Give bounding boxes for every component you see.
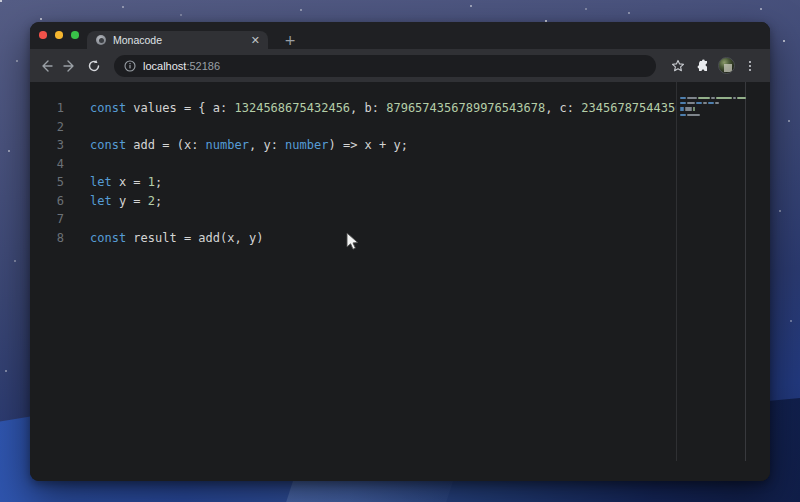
line-number: 4 [30,157,64,171]
code-token: result = add(x, y) [126,231,263,245]
browser-window: Monacode ✕ + localhost:52186 [30,22,770,481]
url-host: localhost [143,60,186,72]
back-arrow-icon [39,59,53,73]
profile-button[interactable] [714,54,738,78]
traffic-lights [39,31,79,39]
plus-icon: + [284,32,296,48]
page-content: 1const values = { a: 1324568675432456, b… [30,82,770,481]
code-token: 1324568675432456 [235,101,351,115]
line-number: 6 [30,194,64,208]
tab-close-icon[interactable]: ✕ [251,35,260,46]
line-number: 2 [30,120,64,134]
minimap-row [680,109,695,111]
kebab-menu-icon [743,59,757,73]
code-token: add = (x: [126,138,205,152]
code-text: let y = 2; [90,194,162,208]
code-token: , b: [350,101,386,115]
star-icon [671,59,685,73]
minimap-segment [693,109,695,111]
line-number: 1 [30,101,64,115]
code-token: let [90,175,112,189]
code-token: 1 [148,175,155,189]
minimize-window-button[interactable] [55,31,63,39]
tab-strip: Monacode ✕ + [30,22,770,49]
url-port: :52186 [186,60,220,72]
code-token: 2 [148,194,155,208]
minimap-row [680,102,719,104]
minimap-segment [680,97,686,99]
code-token: ; [155,194,162,208]
code-line: 5let x = 1; [30,173,676,192]
profile-avatar [718,57,735,74]
code-text: const result = add(x, y) [90,231,263,245]
browser-tab[interactable]: Monacode ✕ [87,31,268,49]
forward-arrow-icon [63,59,77,73]
line-number: 5 [30,175,64,189]
reload-icon [87,59,101,73]
minimap-segment [696,102,702,104]
reload-button[interactable] [82,54,106,78]
code-token: let [90,194,112,208]
new-tab-button[interactable]: + [280,31,300,49]
code-token: const [90,138,126,152]
code-token: , y: [249,138,285,152]
code-text: let x = 1; [90,175,162,189]
extensions-button[interactable] [690,54,714,78]
bookmark-button[interactable] [666,54,690,78]
minimap-segment [687,114,700,116]
minimap-segment [680,114,686,116]
minimap-segment [737,97,746,99]
code-token: , c: [545,101,581,115]
minimap-segment [680,109,684,111]
line-number: 8 [30,231,64,245]
code-token: x = [112,175,148,189]
puzzle-icon [695,59,709,73]
minimap-segment [708,102,714,104]
code-token: const [90,231,126,245]
minimap-segment [687,102,695,104]
browser-menu-button[interactable] [738,54,762,78]
back-button[interactable] [34,54,58,78]
close-window-button[interactable] [39,31,47,39]
tab-title: Monacode [113,34,251,46]
code-line: 7 [30,210,676,229]
code-line: 2 [30,118,676,137]
editor-minimap[interactable] [676,82,746,461]
zoom-window-button[interactable] [71,31,79,39]
minimap-segment [703,102,707,104]
code-line: 3const add = (x: number, y: number) => x… [30,136,676,155]
minimap-segment [733,97,736,99]
code-token: number [285,138,328,152]
code-text: const values = { a: 1324568675432456, b:… [90,101,676,115]
minimap-segment [716,97,732,99]
browser-toolbar: localhost:52186 [30,49,770,82]
code-token: ; [155,175,162,189]
forward-button[interactable] [58,54,82,78]
minimap-row [680,114,700,116]
code-token: const [90,101,126,115]
code-editor[interactable]: 1const values = { a: 1324568675432456, b… [30,82,676,461]
url-text: localhost:52186 [143,60,220,72]
code-line: 4 [30,155,676,174]
code-line: 1const values = { a: 1324568675432456, b… [30,99,676,118]
code-text: const add = (x: number, y: number) => x … [90,138,408,152]
code-token: ) => x + y; [328,138,407,152]
address-bar[interactable]: localhost:52186 [114,55,656,77]
minimap-segment [711,97,715,99]
minimap-segment [715,102,719,104]
line-number: 3 [30,138,64,152]
minimap-segment [680,102,686,104]
code-token: y = [112,194,148,208]
minimap-segment [687,97,697,99]
code-token: 23456787544356788 [581,101,676,115]
minimap-row [680,97,746,99]
tab-favicon-icon [96,35,106,45]
code-token: 8796574356789976543678 [386,101,545,115]
info-icon [124,60,136,72]
code-line: 6let y = 2; [30,192,676,211]
minimap-segment [685,109,692,111]
code-token: number [206,138,249,152]
line-number: 7 [30,212,64,226]
mouse-cursor [346,232,360,252]
minimap-segment [698,97,710,99]
